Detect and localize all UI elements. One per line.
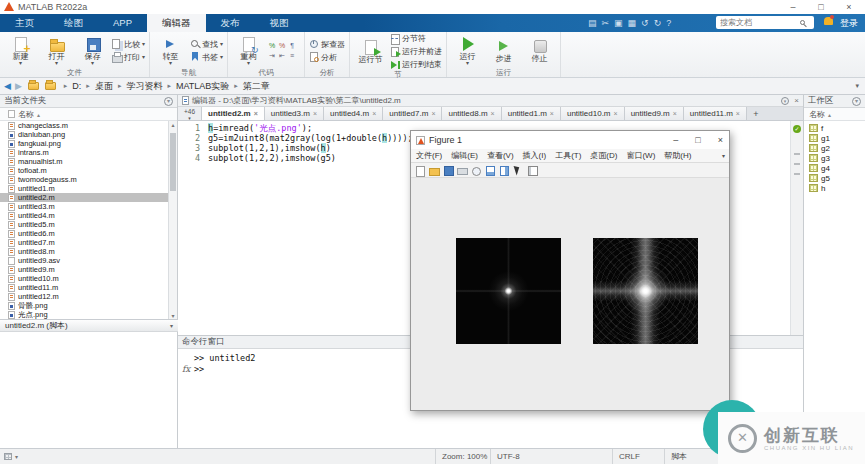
- workspace-variable-g4[interactable]: g4: [804, 163, 865, 173]
- breadcrumb-segment[interactable]: 桌面: [95, 80, 113, 93]
- ribbon-button-运行到结束[interactable]: 运行到结束: [390, 59, 442, 70]
- ribbon-button-新建[interactable]: 新建▾: [4, 36, 37, 66]
- file-dianluban.png[interactable]: dianluban.png: [0, 130, 169, 139]
- chevron-down-icon[interactable]: ▾: [722, 152, 725, 159]
- file-untitled3.m[interactable]: untitled3.m: [0, 202, 169, 211]
- figure-menu-桌面(D)[interactable]: 桌面(D): [590, 150, 617, 161]
- tab-close-icon[interactable]: ×: [736, 110, 740, 117]
- file-manualhist.m[interactable]: manualhist.m: [0, 157, 169, 166]
- ribbon-button-分节符[interactable]: 分节符: [390, 33, 442, 44]
- file-untitled9.m[interactable]: untitled9.m: [0, 265, 169, 274]
- ribbon-tab-视图[interactable]: 视图: [255, 14, 304, 32]
- up-folder-icon[interactable]: [28, 82, 39, 90]
- workspace-variable-g5[interactable]: g5: [804, 173, 865, 183]
- breadcrumb-segment[interactable]: 第二章: [243, 80, 270, 93]
- comment-icon[interactable]: [268, 42, 276, 50]
- breadcrumb-segment[interactable]: 学习资料: [126, 80, 162, 93]
- search-input[interactable]: [720, 18, 800, 27]
- ribbon-button-打印[interactable]: 打印▾: [112, 52, 145, 63]
- ribbon-button-分析[interactable]: 分析: [309, 52, 345, 63]
- ribbon-button-运行并前进[interactable]: 运行并前进: [390, 46, 442, 57]
- file-untitled6.m[interactable]: untitled6.m: [0, 229, 169, 238]
- save-icon[interactable]: ▤: [588, 14, 597, 32]
- file-untitled1.m[interactable]: untitled1.m: [0, 184, 169, 193]
- file-untitled9.asv[interactable]: untitled9.asv: [0, 256, 169, 265]
- workspace-variable-g2[interactable]: g2: [804, 143, 865, 153]
- panel-actions-icon[interactable]: [852, 97, 861, 106]
- ribbon-tab-绘图[interactable]: 绘图: [49, 14, 98, 32]
- scroll-down-icon[interactable]: ▾: [169, 312, 177, 319]
- editor-tab-untitled9.m[interactable]: untitled9.m×: [625, 107, 684, 120]
- ribbon-button-比较[interactable]: 比较▾: [112, 39, 145, 50]
- tab-close-icon[interactable]: ×: [491, 110, 495, 117]
- edit-plot-icon[interactable]: [513, 165, 523, 176]
- paste-icon[interactable]: ▦: [628, 14, 637, 32]
- editor-tab-untitled11.m[interactable]: untitled11.m×: [684, 107, 747, 120]
- tab-close-icon[interactable]: ×: [614, 110, 618, 117]
- scrollbar-thumb[interactable]: [170, 133, 176, 191]
- ribbon-tab-编辑器[interactable]: 编辑器: [147, 14, 206, 32]
- file-光点.png[interactable]: 光点.png: [0, 310, 169, 319]
- ribbon-tab-APP[interactable]: APP: [98, 14, 147, 32]
- figure-menu-查看(V)[interactable]: 查看(V): [487, 150, 514, 161]
- new-figure-icon[interactable]: [415, 165, 425, 176]
- editor-tab-untitled10.m[interactable]: untitled10.m×: [561, 107, 625, 120]
- tab-close-icon[interactable]: ×: [254, 110, 258, 117]
- ribbon-button-保存[interactable]: 保存▾: [76, 36, 109, 66]
- ribbon-button-打开[interactable]: 打开▾: [40, 36, 73, 66]
- ribbon-tab-发布[interactable]: 发布: [206, 14, 255, 32]
- file-untitled4.m[interactable]: untitled4.m: [0, 211, 169, 220]
- minimize-button[interactable]: –: [790, 2, 795, 12]
- ribbon-button-步进[interactable]: 步进: [487, 38, 520, 63]
- figure-menu-编辑(E)[interactable]: 编辑(E): [451, 150, 478, 161]
- file-twomodegauss.m[interactable]: twomodegauss.m: [0, 175, 169, 184]
- file-tofloat.m[interactable]: tofloat.m: [0, 166, 169, 175]
- breadcrumb-segment[interactable]: MATLAB实验: [176, 80, 229, 93]
- file-untitled10.m[interactable]: untitled10.m: [0, 274, 169, 283]
- breadcrumb-segment[interactable]: D:: [72, 81, 81, 91]
- figure-menu-工具(T)[interactable]: 工具(T): [555, 150, 581, 161]
- cut-icon[interactable]: ✂: [602, 14, 610, 32]
- forward-icon[interactable]: ▶: [15, 81, 22, 91]
- file-untitled2.m[interactable]: untitled2.m: [0, 193, 169, 202]
- link-plot-icon[interactable]: [471, 165, 481, 176]
- new-tab-button[interactable]: +: [747, 107, 765, 120]
- save-figure-icon[interactable]: [443, 165, 453, 176]
- editor-actions-icon[interactable]: [781, 97, 789, 105]
- file-type-indicator[interactable]: 脚本: [664, 449, 710, 464]
- tab-overflow-button[interactable]: +46 ▾: [178, 107, 202, 120]
- workspace-variable-g1[interactable]: g1: [804, 133, 865, 143]
- tab-close-icon[interactable]: ×: [550, 110, 554, 117]
- file-intrans.m[interactable]: intrans.m: [0, 148, 169, 157]
- notification-bell-icon[interactable]: [824, 17, 833, 25]
- back-icon[interactable]: ◀: [4, 81, 11, 91]
- editor-close-icon[interactable]: ×: [794, 96, 799, 105]
- tab-close-icon[interactable]: ×: [431, 110, 435, 117]
- line-ending-indicator[interactable]: CRLF: [612, 449, 664, 464]
- wrap-comment-icon[interactable]: [288, 42, 296, 50]
- ribbon-button-查找[interactable]: 查找▾: [190, 39, 223, 50]
- file-untitled5.m[interactable]: untitled5.m: [0, 220, 169, 229]
- file-fangkuai.png[interactable]: fangkuai.png: [0, 139, 169, 148]
- file-untitled11.m[interactable]: untitled11.m: [0, 283, 169, 292]
- ribbon-button-运行节[interactable]: 运行节: [354, 39, 387, 64]
- smart-indent-icon[interactable]: [288, 52, 296, 60]
- help-icon[interactable]: ?: [666, 14, 671, 32]
- figure-close-button[interactable]: ×: [718, 135, 723, 145]
- figure-minimize-button[interactable]: –: [673, 135, 678, 145]
- figure-title-bar[interactable]: Figure 1 – □ ×: [411, 131, 729, 149]
- file-changeclass.m[interactable]: changeclass.m: [0, 121, 169, 130]
- file-untitled7.m[interactable]: untitled7.m: [0, 238, 169, 247]
- ribbon-button-转至[interactable]: 转至▾: [154, 36, 187, 66]
- property-inspector-icon[interactable]: [527, 165, 537, 176]
- editor-tab-untitled7.m[interactable]: untitled7.m×: [383, 107, 442, 120]
- outdent-icon[interactable]: [278, 52, 286, 60]
- browse-folder-icon[interactable]: [45, 82, 56, 90]
- ribbon-button-停止[interactable]: 停止: [523, 38, 556, 63]
- doc-search-box[interactable]: [716, 16, 814, 29]
- ribbon-button-探查器[interactable]: 探查器: [309, 39, 345, 50]
- file-untitled8.m[interactable]: untitled8.m: [0, 247, 169, 256]
- recent-folders-icon[interactable]: ▾: [855, 82, 859, 90]
- ribbon-tab-主页[interactable]: 主页: [0, 14, 49, 32]
- figure-menu-窗口(W)[interactable]: 窗口(W): [626, 150, 655, 161]
